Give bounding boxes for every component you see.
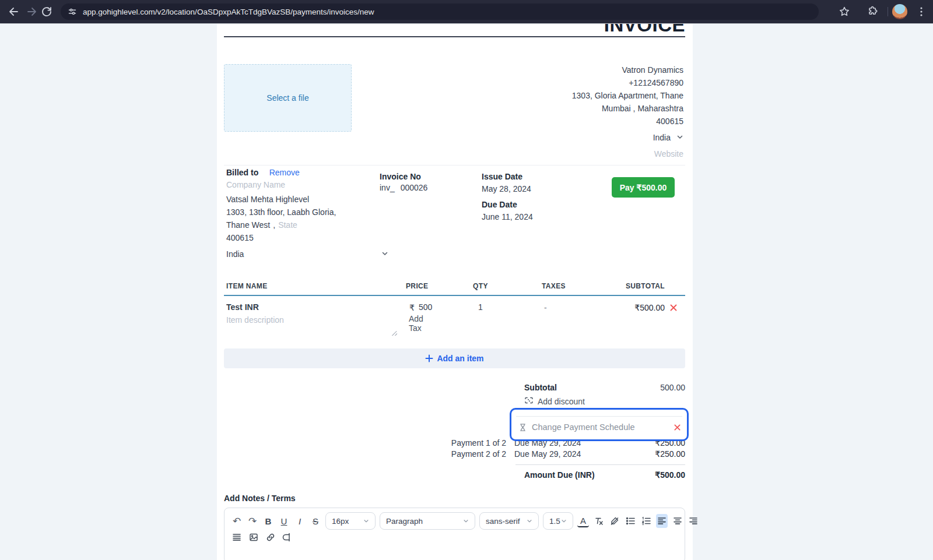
paragraph-format-value: Paragraph: [386, 517, 423, 526]
underline-button[interactable]: U: [278, 514, 290, 528]
insert-image-icon[interactable]: [248, 530, 259, 544]
billed-city-state-row: Thane West ,: [226, 219, 336, 231]
editor-toolbar-row2: [231, 530, 293, 544]
subtotal-label: Subtotal: [524, 383, 557, 392]
font-size-value: 16px: [332, 517, 349, 526]
billed-company-field[interactable]: [226, 180, 366, 189]
bullet-list-icon[interactable]: [625, 514, 636, 528]
upload-label[interactable]: Select a file: [266, 93, 308, 103]
italic-button[interactable]: I: [294, 514, 306, 528]
payment-row-2: Payment 2 of 2 Due May 29, 2024 ₹250.00: [224, 449, 685, 459]
invoice-no-value[interactable]: inv_ 000026: [380, 183, 427, 192]
business-address-line1[interactable]: 1303, Gloria Apartment, Thane: [461, 89, 683, 102]
logo-upload-dropzone[interactable]: Select a file: [224, 64, 352, 132]
font-family-value: sans-serif: [486, 517, 520, 526]
line-height-select[interactable]: 1.5: [543, 512, 573, 530]
invoice-title-rule: [224, 36, 685, 37]
align-center-icon[interactable]: [672, 514, 683, 528]
business-address-line2[interactable]: Mumbai , Maharashtra: [461, 102, 683, 115]
font-size-select[interactable]: 16px: [325, 512, 376, 530]
extensions-puzzle-icon[interactable]: [865, 5, 879, 19]
paragraph-format-select[interactable]: Paragraph: [380, 512, 475, 530]
site-settings-icon[interactable]: [68, 7, 77, 16]
col-subtotal: SUBTOTAL: [606, 282, 665, 290]
chevron-down-icon: [676, 132, 683, 143]
business-zip[interactable]: 400615: [461, 115, 683, 128]
clear-format-icon[interactable]: [593, 514, 605, 528]
font-family-select[interactable]: sans-serif: [479, 512, 539, 530]
payment-schedule-focus-box: Change Payment Schedule: [510, 408, 689, 441]
item-price-input[interactable]: [419, 302, 448, 312]
amount-due-value: ₹500.00: [627, 470, 685, 480]
change-payment-schedule-label: Change Payment Schedule: [532, 422, 669, 432]
billed-to-label: Billed to: [226, 168, 258, 177]
discount-ticket-icon: [524, 396, 534, 407]
notes-terms-label: Add Notes / Terms: [224, 494, 296, 503]
chevron-down-icon: [363, 517, 369, 526]
payment-2-label: Payment 2 of 2: [224, 449, 506, 459]
item-subtotal-value: ₹500.00: [606, 303, 665, 312]
undo-icon[interactable]: ↶: [231, 514, 243, 528]
item-name-input[interactable]: [226, 302, 378, 312]
add-discount-label: Add discount: [538, 397, 585, 406]
add-tax-link[interactable]: Add Tax: [409, 314, 423, 333]
textarea-resize-handle[interactable]: [391, 329, 397, 336]
invoice-no-label: Invoice No: [380, 172, 421, 181]
address-bar[interactable]: app.gohighlevel.com/v2/location/OaSDpxpA…: [61, 3, 819, 20]
delete-item-icon[interactable]: [669, 304, 678, 314]
insert-link-icon[interactable]: [265, 530, 276, 544]
remove-schedule-icon[interactable]: [674, 424, 681, 431]
strikethrough-button[interactable]: S: [310, 514, 321, 528]
profile-avatar[interactable]: [892, 4, 907, 19]
url-text[interactable]: app.gohighlevel.com/v2/location/OaSDpxpA…: [83, 8, 374, 16]
highlight-color-icon[interactable]: [609, 514, 620, 528]
billed-contact-name[interactable]: Vatsal Mehta Highlevel: [226, 193, 336, 206]
align-left-icon[interactable]: [656, 514, 668, 528]
business-country-value[interactable]: India: [653, 133, 671, 142]
change-payment-schedule-button[interactable]: Change Payment Schedule: [518, 422, 681, 432]
add-discount-button[interactable]: Add discount: [524, 396, 585, 407]
remove-contact-link[interactable]: Remove: [269, 168, 300, 177]
billed-zip[interactable]: 400615: [226, 231, 336, 244]
business-phone[interactable]: +12124567890: [461, 76, 683, 89]
item-currency: ₹: [409, 303, 415, 312]
billed-to-header: Billed to Remove: [226, 167, 300, 178]
invoice-no-number[interactable]: 000026: [401, 183, 428, 192]
browser-menu-icon[interactable]: [914, 5, 928, 19]
due-date-value[interactable]: June 11, 2024: [482, 212, 533, 221]
bold-button[interactable]: B: [262, 514, 274, 528]
billed-city[interactable]: Thane West: [226, 219, 270, 231]
business-info-block: Vatron Dynamics +12124567890 1303, Glori…: [461, 64, 683, 128]
toolbar-divider: [888, 7, 888, 16]
chevron-down-icon: [561, 517, 567, 526]
invoice-builder-page: app.gohighlevel.com/v2/location/OaSDpxpA…: [0, 0, 933, 560]
payment-1-label: Payment 1 of 2: [224, 438, 506, 448]
pay-button[interactable]: Pay ₹500.00: [612, 177, 675, 198]
custom-values-icon[interactable]: [282, 530, 293, 544]
business-website-field[interactable]: [508, 149, 683, 159]
billed-country-select[interactable]: India: [226, 249, 388, 259]
align-justify-icon[interactable]: [231, 530, 243, 544]
back-icon[interactable]: [6, 5, 20, 19]
payment-2-amount: ₹250.00: [655, 449, 685, 459]
billed-state-field[interactable]: [278, 220, 319, 230]
align-right-icon[interactable]: [688, 514, 699, 528]
business-country-select[interactable]: India: [461, 132, 683, 143]
redo-icon[interactable]: ↷: [247, 514, 258, 528]
reload-icon[interactable]: [40, 5, 54, 19]
business-name[interactable]: Vatron Dynamics: [461, 64, 683, 76]
bookmark-star-icon[interactable]: [837, 5, 851, 19]
billed-country-value[interactable]: India: [226, 249, 244, 259]
line-height-value: 1.5: [549, 517, 560, 526]
browser-chrome: app.gohighlevel.com/v2/location/OaSDpxpA…: [0, 0, 933, 24]
billed-address-line1[interactable]: 1303, 13th floor, Laabh Gloria,: [226, 206, 336, 219]
editor-toolbar-row1: ↶ ↷ B U I S 16px Paragraph sans-serif 1.…: [231, 512, 699, 530]
issue-date-value[interactable]: May 28, 2024: [482, 184, 531, 193]
ordered-list-icon[interactable]: [640, 514, 652, 528]
notes-editor[interactable]: ↶ ↷ B U I S 16px Paragraph sans-serif 1.…: [224, 508, 685, 560]
add-item-button[interactable]: Add an item: [224, 348, 685, 368]
item-qty-input[interactable]: [478, 302, 498, 312]
item-description-input[interactable]: [226, 315, 390, 325]
forward-icon[interactable]: [25, 5, 39, 19]
font-color-button[interactable]: A: [577, 515, 589, 527]
